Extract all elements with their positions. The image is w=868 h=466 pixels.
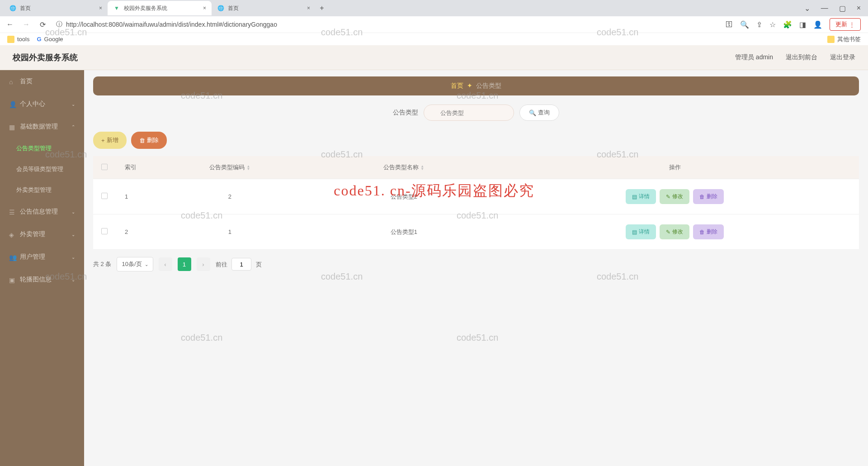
image-icon: ▣ bbox=[9, 276, 15, 283]
page-size-select[interactable]: 10条/页 ⌄ bbox=[117, 257, 153, 271]
star-icon: ✦ bbox=[467, 82, 472, 89]
chevron-down-icon[interactable]: ⌄ bbox=[804, 4, 810, 13]
search-icon: 🔍 bbox=[529, 109, 536, 116]
sidebar-item-user[interactable]: 👥 用户管理 ⌄ bbox=[0, 246, 84, 268]
sidepanel-icon[interactable]: ◨ bbox=[799, 20, 806, 29]
browser-tab[interactable]: 🌐 首页 × bbox=[212, 1, 316, 15]
sidebar-sub-gonggao[interactable]: 公告类型管理 bbox=[0, 138, 84, 159]
col-ops: 操作 bbox=[491, 156, 859, 179]
info-icon: ⓘ bbox=[56, 20, 62, 29]
new-tab-button[interactable]: + bbox=[316, 2, 328, 14]
search-row: 公告类型 🔍 查询 bbox=[93, 105, 859, 121]
search-input[interactable] bbox=[424, 105, 514, 121]
address-bar[interactable]: ⓘ http://localhost:8080/waimaifuwu/admin… bbox=[52, 20, 722, 29]
browser-tab[interactable]: 🌐 首页 × bbox=[4, 1, 108, 15]
chevron-down-icon: ⌄ bbox=[71, 209, 75, 214]
close-icon[interactable]: × bbox=[307, 5, 310, 11]
query-button[interactable]: 🔍 查询 bbox=[519, 105, 559, 121]
list-icon: ☰ bbox=[9, 209, 15, 215]
row-delete-button[interactable]: 🗑删除 bbox=[693, 189, 724, 204]
minimize-icon[interactable]: — bbox=[821, 4, 828, 13]
table-row: 1 2 公告类型2 ▤详情 ✎修改 🗑删除 bbox=[93, 179, 859, 214]
page-number-button[interactable]: 1 bbox=[178, 257, 191, 271]
close-window-icon[interactable]: × bbox=[857, 4, 861, 13]
bookmark-item[interactable]: G Google bbox=[37, 36, 63, 43]
cell-index: 2 bbox=[116, 214, 143, 250]
detail-button[interactable]: ▤详情 bbox=[626, 189, 656, 204]
share-icon[interactable]: ⇪ bbox=[756, 20, 762, 29]
data-table: 索引 公告类型编码▲▼ 公告类型名称▲▼ 操作 1 2 公告类型2 ▤详情 ✎修… bbox=[93, 156, 859, 250]
add-button[interactable]: + 新增 bbox=[93, 132, 127, 149]
row-delete-button[interactable]: 🗑删除 bbox=[693, 224, 724, 239]
plus-icon: + bbox=[101, 137, 105, 144]
globe-icon: 🌐 bbox=[9, 5, 16, 12]
pagination: 共 2 条 10条/页 ⌄ ‹ 1 › 前往 页 bbox=[93, 257, 859, 271]
browser-tab[interactable]: ▼ 校园外卖服务系统 × bbox=[108, 1, 212, 15]
bookmarks-bar: tools G Google 其他书签 bbox=[0, 33, 868, 45]
chevron-up-icon: ⌃ bbox=[71, 124, 75, 129]
key-icon[interactable]: ⚿ bbox=[726, 20, 733, 29]
cell-name: 公告类型1 bbox=[317, 214, 491, 250]
tab-title: 校园外卖服务系统 bbox=[124, 5, 167, 12]
google-icon: G bbox=[37, 36, 41, 43]
col-name[interactable]: 公告类型名称▲▼ bbox=[317, 156, 491, 179]
puzzle-icon[interactable]: 🧩 bbox=[783, 20, 792, 29]
home-icon: ⌂ bbox=[9, 78, 15, 85]
sidebar-sub-waimai-type[interactable]: 外卖类型管理 bbox=[0, 180, 84, 200]
col-code[interactable]: 公告类型编码▲▼ bbox=[143, 156, 317, 179]
breadcrumb-home[interactable]: 首页 bbox=[451, 82, 463, 89]
database-icon: ▦ bbox=[9, 124, 15, 130]
edit-button[interactable]: ✎修改 bbox=[660, 189, 689, 204]
user-icon: 👤 bbox=[9, 101, 15, 107]
tab-title: 首页 bbox=[20, 5, 31, 12]
sidebar-item-gonggao-info[interactable]: ☰ 公告信息管理 ⌄ bbox=[0, 200, 84, 223]
page-jump-input[interactable] bbox=[231, 258, 251, 271]
update-button[interactable]: 更新 ⋮ bbox=[830, 18, 861, 31]
trash-icon: 🗑 bbox=[699, 229, 705, 235]
cell-code: 2 bbox=[143, 179, 317, 214]
row-checkbox[interactable] bbox=[101, 193, 108, 199]
trash-icon: 🗑 bbox=[699, 194, 705, 200]
tab-title: 首页 bbox=[228, 5, 239, 12]
to-front-link[interactable]: 退出到前台 bbox=[786, 53, 817, 62]
star-icon[interactable]: ☆ bbox=[769, 20, 776, 29]
sidebar-item-base-data[interactable]: ▦ 基础数据管理 ⌃ bbox=[0, 115, 84, 138]
maximize-icon[interactable]: ▢ bbox=[839, 4, 846, 13]
sidebar-item-personal[interactable]: 👤 个人中心 ⌄ bbox=[0, 93, 84, 115]
delete-button[interactable]: 🗑 删除 bbox=[131, 132, 167, 149]
forward-button[interactable]: → bbox=[20, 18, 33, 31]
back-button[interactable]: ← bbox=[4, 18, 16, 31]
reload-button[interactable]: ⟳ bbox=[36, 18, 49, 31]
close-icon[interactable]: × bbox=[203, 5, 206, 11]
chevron-down-icon: ⌄ bbox=[71, 232, 75, 237]
logout-link[interactable]: 退出登录 bbox=[830, 53, 855, 62]
doc-icon: ▤ bbox=[632, 194, 637, 200]
detail-button[interactable]: ▤详情 bbox=[626, 224, 656, 239]
edit-icon: ✎ bbox=[666, 229, 670, 235]
window-controls: ⌄ — ▢ × bbox=[804, 4, 868, 13]
cell-code: 1 bbox=[143, 214, 317, 250]
select-all-checkbox[interactable] bbox=[101, 164, 108, 170]
toolbar-icons: ⚿ 🔍 ⇪ ☆ 🧩 ◨ 👤 更新 ⋮ bbox=[726, 18, 864, 31]
edit-button[interactable]: ✎修改 bbox=[660, 224, 689, 239]
sidebar-sub-huiyuan[interactable]: 会员等级类型管理 bbox=[0, 159, 84, 180]
profile-icon[interactable]: 👤 bbox=[813, 20, 822, 29]
prev-page-button[interactable]: ‹ bbox=[159, 257, 172, 271]
globe-icon: 🌐 bbox=[217, 5, 224, 12]
sidebar-item-home[interactable]: ⌂ 首页 bbox=[0, 70, 84, 93]
sort-icon: ▲▼ bbox=[420, 165, 424, 171]
close-icon[interactable]: × bbox=[99, 5, 102, 11]
action-row: + 新增 🗑 删除 bbox=[93, 132, 859, 149]
other-bookmarks[interactable]: 其他书签 bbox=[827, 35, 861, 43]
row-checkbox[interactable] bbox=[101, 228, 108, 234]
cell-index: 1 bbox=[116, 179, 143, 214]
col-index[interactable]: 索引 bbox=[116, 156, 143, 179]
sidebar-item-carousel[interactable]: ▣ 轮播图信息 ⌄ bbox=[0, 268, 84, 291]
bookmark-item[interactable]: tools bbox=[7, 36, 29, 43]
sidebar-item-waimai[interactable]: ◈ 外卖管理 ⌄ bbox=[0, 223, 84, 246]
page-jump: 前往 页 bbox=[216, 258, 262, 271]
next-page-button[interactable]: › bbox=[197, 257, 210, 271]
sidebar: ⌂ 首页 👤 个人中心 ⌄ ▦ 基础数据管理 ⌃ 公告类型管理 会员等级类型管理… bbox=[0, 70, 84, 466]
user-label[interactable]: 管理员 admin bbox=[735, 53, 773, 62]
zoom-icon[interactable]: 🔍 bbox=[740, 20, 749, 29]
